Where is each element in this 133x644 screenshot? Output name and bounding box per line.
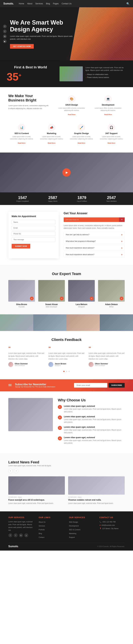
- faq-appointment-section: Make An Appointment SUBMIT NOW Get Your …: [0, 205, 133, 265]
- dev-icon: 💻: [104, 96, 111, 102]
- stat-team-label: Team Members: [106, 200, 116, 202]
- appointment-name-input[interactable]: [12, 220, 55, 224]
- footer-service-development[interactable]: Development: [69, 525, 79, 527]
- nav-links: Home About Services Blog Pages Contact U…: [19, 2, 71, 5]
- news-excerpt-1: Lorem vitae quam eget, euismod ante. Pro…: [8, 502, 65, 505]
- dev-link[interactable]: Read More: [104, 114, 112, 115]
- faq-question-4: How much experience about salomoc?: [66, 254, 94, 256]
- newsletter-form: SUBSCRIBE: [74, 383, 125, 388]
- services-intro-text: Lorem ipsum dolor sit amet, consectetur …: [8, 104, 50, 110]
- faq-item-1[interactable]: How can I get help by salomoc? +: [64, 232, 125, 238]
- support-link[interactable]: Read More: [107, 142, 115, 144]
- team-add-1[interactable]: +: [30, 296, 34, 300]
- footer-link-services[interactable]: Services: [39, 525, 45, 527]
- faq-item-3[interactable]: How much experience about salomoc? +: [64, 245, 125, 251]
- appointment-email-input[interactable]: [12, 226, 55, 230]
- support-desc: Lorem ipsum dolor sit amet, consectetur …: [100, 136, 123, 140]
- news-description: Lorem vitae quam eget, euismod ante. Pro…: [8, 464, 51, 467]
- seo-desc: Lorem ipsum dolor sit amet, consectetur …: [10, 136, 33, 140]
- news-meta-1: 25 Feb 2024 · News: [8, 496, 65, 498]
- footer-youtube[interactable]: y: [24, 533, 28, 537]
- dot-3[interactable]: [68, 371, 70, 372]
- uiux-link[interactable]: Read More: [68, 114, 75, 115]
- newsletter-subtitle: Signup Our Newsletter For The Up-to-Date…: [15, 386, 55, 388]
- office-photo-1: [0, 314, 33, 331]
- footer-link-portfolio[interactable]: Portfolio: [39, 529, 45, 531]
- faq-expand-3[interactable]: +: [121, 247, 122, 249]
- faq-expand-4[interactable]: +: [121, 253, 122, 256]
- news-meta-2: 25 Feb 2024 · News: [68, 496, 125, 498]
- team-name-1: Gina Bruno: [8, 303, 35, 306]
- marketing-icon: 📣: [48, 124, 55, 131]
- testimonial-2: " Lorem vitae quam eget, euismod ante. P…: [48, 346, 84, 367]
- faq-search-input[interactable]: [64, 218, 119, 222]
- facebook-icon[interactable]: f: [3, 24, 7, 28]
- footer-service-seo[interactable]: SEO & Content: [69, 529, 80, 531]
- search-icon[interactable]: 🔍: [126, 2, 130, 5]
- testimonial-name-1: Oliver Dommer: [15, 363, 28, 365]
- nav-services[interactable]: Services: [35, 2, 43, 5]
- linkedin-icon[interactable]: in: [3, 34, 7, 38]
- uiux-title: UI/UX Design: [57, 104, 86, 106]
- news-next-button[interactable]: ›: [14, 469, 18, 473]
- appointment-submit-button[interactable]: SUBMIT NOW: [12, 244, 30, 248]
- footer-facebook[interactable]: f: [8, 533, 12, 537]
- footer-link-about[interactable]: About Us: [39, 521, 46, 523]
- faq-item-4[interactable]: How much experience about salomoc? +: [64, 252, 125, 258]
- footer-service-support[interactable]: Support: [69, 536, 75, 538]
- nav-pages[interactable]: Pages: [53, 2, 59, 5]
- team-add-4[interactable]: +: [120, 296, 123, 300]
- nav-logo[interactable]: Sumolo.: [3, 2, 14, 5]
- stat-coffees-number: 1879: [77, 195, 87, 200]
- stats-bar: 1547 Project Completed 2587 Happy Client…: [0, 192, 133, 205]
- nav-search[interactable]: 🔍: [126, 2, 130, 5]
- footer-service-webdesign[interactable]: Web Design: [69, 521, 78, 523]
- footer-link-blog[interactable]: Blog: [39, 533, 42, 534]
- why-section: Why Choose Us 1 Lorem vitae quam eget, e…: [0, 392, 133, 454]
- phone-icon: 📞: [99, 521, 101, 523]
- twitter-icon[interactable]: t: [3, 30, 7, 33]
- newsletter-email-input[interactable]: [74, 383, 107, 388]
- graphic-link[interactable]: Read More: [78, 142, 85, 144]
- faq-question-2: What about fast programs & Advantage?: [66, 240, 96, 242]
- point-1: Always to collaboration team: [85, 73, 126, 76]
- appointment-phone-input[interactable]: [12, 232, 55, 236]
- team-add-3[interactable]: +: [90, 296, 93, 300]
- appointment-message-input[interactable]: [12, 237, 55, 242]
- footer-link-contact[interactable]: Contact: [39, 536, 44, 538]
- faq-expand-2[interactable]: +: [121, 240, 122, 243]
- footer-linkedin[interactable]: in: [19, 533, 23, 537]
- news-prev-button[interactable]: ‹: [8, 469, 13, 473]
- youtube-icon[interactable]: ▶: [3, 40, 7, 43]
- seo-link[interactable]: Read More: [18, 142, 26, 144]
- faq-expand-1[interactable]: +: [121, 233, 122, 236]
- why-item-title-2: Lorem vitae quam eget, euismod: [64, 416, 125, 418]
- graphic-icon: 🖌️: [78, 124, 85, 131]
- dot-2[interactable]: [66, 371, 67, 372]
- video-play-button[interactable]: [62, 168, 71, 176]
- faq-search-button[interactable]: ✕: [119, 218, 125, 222]
- services-intro: We Make Your Business Bright Lorem ipsum…: [8, 94, 50, 110]
- team-grid: + Gina Bruno Founder + Sowet Ahsan Web D…: [8, 280, 125, 308]
- nav-about[interactable]: About: [27, 2, 32, 5]
- dot-1[interactable]: [63, 371, 65, 372]
- point-2: Power industry bonus buttons: [85, 76, 126, 79]
- email-icon: ✉: [99, 524, 101, 526]
- footer-social: f t in y: [8, 533, 34, 537]
- nav-blog[interactable]: Blog: [46, 2, 50, 5]
- office-photo-2: [33, 314, 67, 331]
- footer-service-marketing[interactable]: Marketing: [69, 533, 76, 534]
- faq-search-bar: ✕: [64, 218, 125, 222]
- nav-home[interactable]: Home: [19, 2, 24, 5]
- newsletter-subscribe-button[interactable]: SUBSCRIBE: [108, 383, 125, 388]
- footer-twitter[interactable]: t: [14, 533, 18, 537]
- nav-contact[interactable]: Contact Us: [62, 2, 71, 5]
- location-icon: 📍: [99, 528, 101, 530]
- marketing-link[interactable]: Read More: [48, 142, 55, 144]
- faq-item-2[interactable]: What about fast programs & Advantage? +: [64, 238, 125, 244]
- team-add-2[interactable]: +: [60, 296, 64, 300]
- hero-cta-button[interactable]: GET STARTED NOW: [10, 44, 34, 49]
- stat-projects: 1547 Project Completed: [17, 195, 29, 202]
- hero-social-links: f t in ▶: [3, 24, 7, 43]
- footer-col-contact: Contact Us 📞+001 123 456 789 ✉info@sumol…: [99, 516, 125, 540]
